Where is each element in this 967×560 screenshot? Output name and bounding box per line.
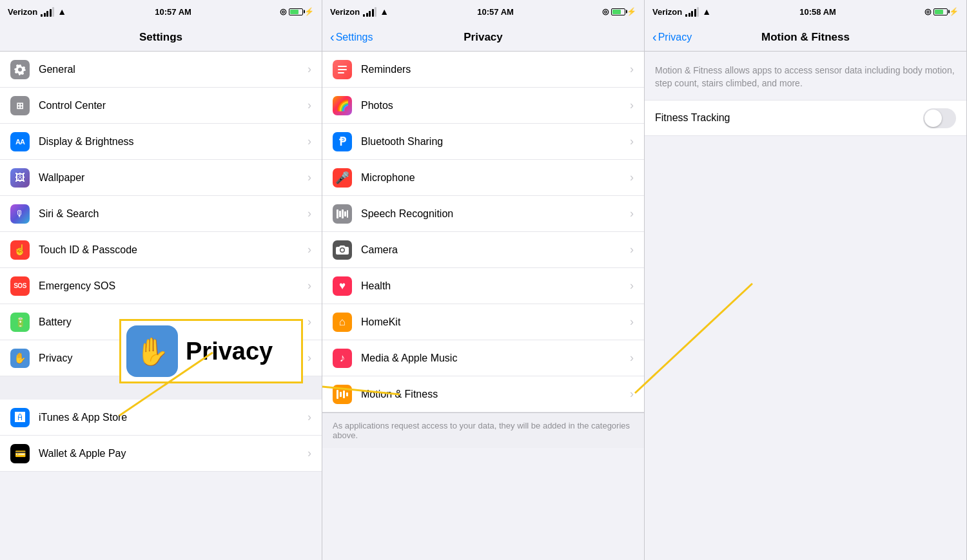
svg-rect-13 — [343, 391, 345, 398]
privacy-row-home[interactable]: ⌂ HomeKit › — [322, 304, 644, 340]
privacy-footer: As applications request access to your d… — [322, 412, 644, 448]
nav-bar-motion: ‹ Privacy Motion & Fitness — [645, 23, 966, 52]
home-icon: ⌂ — [333, 313, 352, 332]
bluetooth-icon: Ᵽ — [333, 132, 352, 151]
status-left-3: Verizon ▲ — [652, 6, 711, 17]
privacy-panel: Verizon ▲ 10:57 AM ◎ ⚡ ‹ Settings Privac… — [322, 0, 645, 560]
svg-rect-5 — [338, 72, 344, 73]
control-icon: ⊞ — [10, 96, 30, 115]
privacy-row-speech[interactable]: Speech Recognition › — [322, 196, 644, 232]
signal-bars-1 — [41, 7, 54, 17]
speech-icon — [333, 204, 352, 224]
svg-rect-11 — [337, 390, 338, 399]
hand-icon: ✋ — [135, 336, 169, 367]
time-label-2: 10:57 AM — [477, 7, 514, 17]
back-button-privacy[interactable]: ‹ Settings — [330, 30, 373, 44]
location-icon-1: ◎ — [280, 7, 286, 16]
time-label-3: 10:58 AM — [799, 7, 836, 17]
settings-row-display[interactable]: AA Display & Brightness › — [0, 124, 322, 160]
touchid-label: Touch ID & Passcode — [39, 244, 308, 256]
back-button-motion[interactable]: ‹ Privacy — [652, 30, 692, 44]
privacy-list: Reminders › 🌈 Photos › Ᵽ Bluetooth Shari… — [322, 52, 644, 560]
svg-rect-9 — [344, 211, 346, 217]
emergency-label: Emergency SOS — [39, 280, 308, 292]
page-title-privacy: Privacy — [464, 31, 503, 44]
battery-row-icon: 🔋 — [10, 313, 30, 332]
privacy-row-bluetooth[interactable]: Ᵽ Bluetooth Sharing › — [322, 124, 644, 160]
status-right-1: ◎ ⚡ — [280, 7, 314, 16]
bluetooth-label: Bluetooth Sharing — [361, 136, 630, 148]
wifi-icon-2: ▲ — [380, 6, 389, 17]
settings-row-siri[interactable]: 🎙 Siri & Search › — [0, 196, 322, 232]
privacy-row-media[interactable]: ♪ Media & Apple Music › — [322, 340, 644, 376]
wifi-icon-3: ▲ — [702, 6, 711, 17]
settings-row-wallet[interactable]: 💳 Wallet & Apple Pay › — [0, 436, 322, 472]
media-label: Media & Apple Music — [361, 352, 630, 364]
svg-rect-8 — [342, 209, 344, 218]
wifi-icon-1: ▲ — [57, 6, 66, 17]
camera-icon — [333, 240, 352, 260]
settings-row-emergency[interactable]: SOS Emergency SOS › — [0, 268, 322, 304]
microphone-label: Microphone — [361, 172, 630, 184]
settings-row-wallpaper[interactable]: 🖼 Wallpaper › — [0, 160, 322, 196]
home-chevron: › — [630, 315, 634, 329]
privacy-icon: ✋ — [10, 349, 30, 368]
reminders-label: Reminders — [361, 64, 630, 75]
back-chevron-motion: ‹ — [652, 30, 657, 44]
battery-chevron: › — [308, 315, 311, 329]
nav-bar-settings: Settings — [0, 23, 322, 52]
carrier-label-2: Verizon — [330, 7, 360, 17]
camera-chevron: › — [630, 243, 634, 256]
itunes-chevron: › — [308, 410, 311, 424]
itunes-label: iTunes & App Store — [39, 412, 308, 423]
motion-label: Motion & Fitness — [361, 389, 630, 400]
wallpaper-icon: 🖼 — [10, 168, 30, 188]
privacy-annotation-label: Privacy — [186, 338, 273, 365]
fitness-tracking-toggle[interactable] — [923, 108, 956, 128]
wallet-label: Wallet & Apple Pay — [39, 448, 308, 459]
location-icon-2: ◎ — [602, 7, 609, 16]
photos-label: Photos — [361, 100, 630, 111]
page-title-settings: Settings — [139, 31, 182, 44]
status-right-2: ◎ ⚡ — [602, 7, 636, 16]
camera-label: Camera — [361, 244, 630, 256]
svg-rect-12 — [340, 392, 342, 397]
general-chevron: › — [308, 63, 311, 76]
motion-description: Motion & Fitness allows apps to access s… — [645, 52, 966, 100]
privacy-row-camera[interactable]: Camera › — [322, 232, 644, 268]
motion-fitness-panel: Verizon ▲ 10:58 AM ◎ ⚡ ‹ Privacy Motion … — [645, 0, 967, 560]
settings-row-touchid[interactable]: ☝ Touch ID & Passcode › — [0, 232, 322, 268]
touchid-chevron: › — [308, 243, 311, 256]
svg-rect-3 — [338, 66, 347, 67]
status-left-2: Verizon ▲ — [330, 6, 389, 17]
microphone-chevron: › — [630, 171, 634, 184]
privacy-row-reminders[interactable]: Reminders › — [322, 52, 644, 88]
svg-rect-7 — [339, 211, 341, 217]
privacy-row-photos[interactable]: 🌈 Photos › — [322, 88, 644, 124]
wallpaper-label: Wallpaper — [39, 172, 308, 184]
wallpaper-chevron: › — [308, 171, 311, 184]
reminders-icon — [333, 60, 352, 79]
settings-row-general[interactable]: General › — [0, 52, 322, 88]
home-label: HomeKit — [361, 316, 630, 328]
battery-icon-3: ⚡ — [933, 7, 959, 16]
settings-row-control[interactable]: ⊞ Control Center › — [0, 88, 322, 124]
nav-bar-privacy: ‹ Settings Privacy — [322, 23, 644, 52]
settings-panel: Verizon ▲ 10:57 AM ◎ ⚡ Settings — [0, 0, 322, 560]
time-label-1: 10:57 AM — [155, 7, 191, 17]
health-chevron: › — [630, 279, 634, 293]
back-chevron-privacy: ‹ — [330, 30, 335, 44]
fitness-tracking-label: Fitness Tracking — [655, 112, 923, 124]
privacy-row-health[interactable]: ♥ Health › — [322, 268, 644, 304]
speech-chevron: › — [630, 207, 634, 220]
wallet-icon: 💳 — [10, 444, 30, 463]
general-icon — [10, 60, 30, 79]
motion-icon — [333, 385, 352, 404]
settings-row-itunes[interactable]: 🅰 iTunes & App Store › — [0, 400, 322, 436]
privacy-row-microphone[interactable]: 🎤 Microphone › — [322, 160, 644, 196]
emergency-icon: SOS — [10, 276, 30, 296]
privacy-row-motion[interactable]: Motion & Fitness › — [322, 376, 644, 412]
display-label: Display & Brightness — [39, 136, 308, 148]
signal-bars-3 — [685, 7, 699, 17]
media-icon: ♪ — [333, 349, 352, 368]
